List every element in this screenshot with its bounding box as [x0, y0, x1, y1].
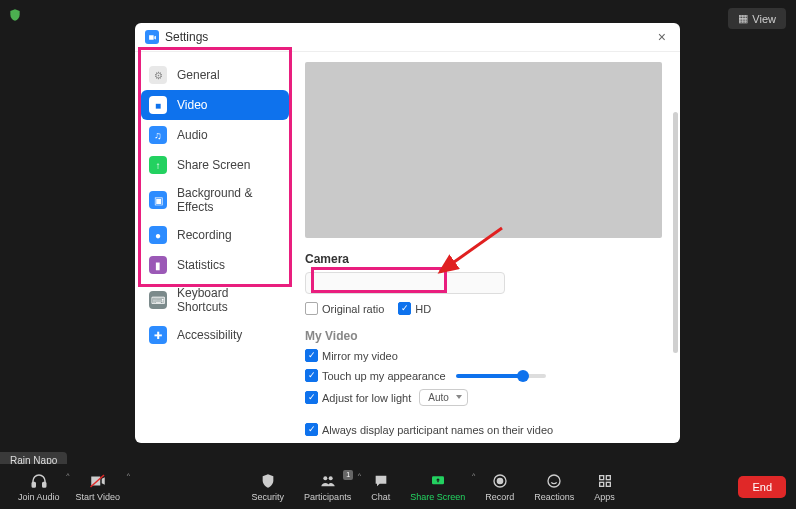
- sidebar-item-background[interactable]: ▣Background & Effects: [135, 180, 295, 220]
- settings-title: Settings: [165, 30, 208, 44]
- toolbar-label: Chat: [371, 492, 390, 502]
- start-video-button[interactable]: ^Start Video: [68, 472, 128, 502]
- sidebar-item-keyboard[interactable]: ⌨Keyboard Shortcuts: [135, 280, 295, 320]
- toolbar-label: Security: [252, 492, 285, 502]
- sidebar-item-label: Keyboard Shortcuts: [177, 286, 281, 314]
- security-button[interactable]: Security: [244, 472, 293, 502]
- share-screen-button[interactable]: ^Share Screen: [402, 472, 473, 502]
- close-button[interactable]: ×: [654, 29, 670, 45]
- toolbar-label: Apps: [594, 492, 615, 502]
- svg-point-9: [548, 475, 560, 487]
- scrollbar[interactable]: [673, 112, 678, 353]
- people-icon: [319, 472, 337, 490]
- svg-rect-1: [32, 482, 35, 487]
- settings-sidebar: ⚙General ■Video ♫Audio ↑Share Screen ▣Ba…: [135, 52, 295, 443]
- share-icon: [429, 472, 447, 490]
- accessibility-icon: ✚: [149, 326, 167, 344]
- camera-section-label: Camera: [305, 252, 662, 266]
- sidebar-item-recording[interactable]: ●Recording: [135, 220, 295, 250]
- end-button[interactable]: End: [738, 476, 786, 498]
- lowlight-mode-select[interactable]: Auto: [419, 389, 468, 406]
- zoom-app-icon: [145, 30, 159, 44]
- record-button[interactable]: Record: [477, 472, 522, 502]
- lowlight-label: Adjust for low light: [322, 392, 411, 404]
- toolbar-label: Record: [485, 492, 514, 502]
- touchup-label: Touch up my appearance: [322, 370, 446, 382]
- video-icon: ■: [149, 96, 167, 114]
- video-off-icon: [89, 472, 107, 490]
- svg-point-8: [497, 478, 502, 483]
- sidebar-item-label: Video: [177, 98, 207, 112]
- svg-rect-2: [43, 482, 46, 487]
- sidebar-item-label: General: [177, 68, 220, 82]
- video-preview: [305, 62, 662, 238]
- gear-icon: ⚙: [149, 66, 167, 84]
- toolbar-label: Share Screen: [410, 492, 465, 502]
- view-button[interactable]: ▦ View: [728, 8, 786, 29]
- join-audio-button[interactable]: ^Join Audio: [10, 472, 68, 502]
- apps-icon: [597, 472, 613, 490]
- svg-point-4: [323, 476, 327, 480]
- shield-icon: [8, 8, 22, 25]
- sidebar-item-label: Accessibility: [177, 328, 242, 342]
- participants-button[interactable]: ^1Participants: [296, 472, 359, 502]
- chart-icon: ▮: [149, 256, 167, 274]
- record-icon: ●: [149, 226, 167, 244]
- sidebar-item-label: Share Screen: [177, 158, 250, 172]
- toolbar-label: Join Audio: [18, 492, 60, 502]
- camera-select[interactable]: [305, 272, 505, 294]
- toolbar-label: Start Video: [76, 492, 120, 502]
- sidebar-item-label: Statistics: [177, 258, 225, 272]
- record-icon: [492, 472, 508, 490]
- view-label: View: [752, 13, 776, 25]
- touchup-checkbox[interactable]: [305, 369, 318, 382]
- sidebar-item-statistics[interactable]: ▮Statistics: [135, 250, 295, 280]
- sidebar-item-video[interactable]: ■Video: [141, 90, 289, 120]
- chevron-up-icon[interactable]: ^: [472, 472, 475, 479]
- settings-window: Settings × ⚙General ■Video ♫Audio ↑Share…: [135, 23, 680, 443]
- my-video-section-label: My Video: [305, 329, 662, 343]
- sidebar-item-audio[interactable]: ♫Audio: [135, 120, 295, 150]
- toolbar-label: Participants: [304, 492, 351, 502]
- participants-count: 1: [343, 470, 353, 480]
- hd-label: HD: [415, 303, 431, 315]
- headphones-icon: [30, 472, 48, 490]
- share-icon: ↑: [149, 156, 167, 174]
- shield-icon: [260, 472, 276, 490]
- reactions-button[interactable]: Reactions: [526, 472, 582, 502]
- mirror-checkbox[interactable]: [305, 349, 318, 362]
- lowlight-checkbox[interactable]: [305, 391, 318, 404]
- mirror-label: Mirror my video: [322, 350, 398, 362]
- hd-checkbox[interactable]: [398, 302, 411, 315]
- toolbar-label: Reactions: [534, 492, 574, 502]
- svg-rect-10: [599, 475, 603, 479]
- sidebar-item-general[interactable]: ⚙General: [135, 60, 295, 90]
- meeting-toolbar: ^Join Audio ^Start Video Security ^1Part…: [0, 464, 796, 509]
- smile-icon: [546, 472, 562, 490]
- original-ratio-label: Original ratio: [322, 303, 384, 315]
- settings-titlebar: Settings ×: [135, 23, 680, 52]
- apps-button[interactable]: Apps: [586, 472, 623, 502]
- svg-rect-12: [599, 482, 603, 486]
- original-ratio-checkbox[interactable]: [305, 302, 318, 315]
- settings-content: Camera Original ratio HD My Video Mirror…: [295, 52, 680, 443]
- chat-icon: [373, 472, 389, 490]
- keyboard-icon: ⌨: [149, 291, 167, 309]
- participant-names-label: Always display participant names on thei…: [322, 424, 553, 436]
- chevron-up-icon[interactable]: ^: [127, 472, 130, 479]
- sidebar-item-label: Audio: [177, 128, 208, 142]
- headphones-icon: ♫: [149, 126, 167, 144]
- sidebar-item-label: Recording: [177, 228, 232, 242]
- grid-icon: ▦: [738, 12, 748, 25]
- chevron-up-icon[interactable]: ^: [358, 472, 361, 479]
- touchup-slider[interactable]: [456, 374, 546, 378]
- svg-point-5: [328, 476, 332, 480]
- chat-button[interactable]: Chat: [363, 472, 398, 502]
- background-icon: ▣: [149, 191, 167, 209]
- sidebar-item-accessibility[interactable]: ✚Accessibility: [135, 320, 295, 350]
- sidebar-item-share-screen[interactable]: ↑Share Screen: [135, 150, 295, 180]
- sidebar-item-label: Background & Effects: [177, 186, 281, 214]
- participant-names-checkbox[interactable]: [305, 423, 318, 436]
- svg-rect-11: [606, 475, 610, 479]
- svg-rect-13: [606, 482, 610, 486]
